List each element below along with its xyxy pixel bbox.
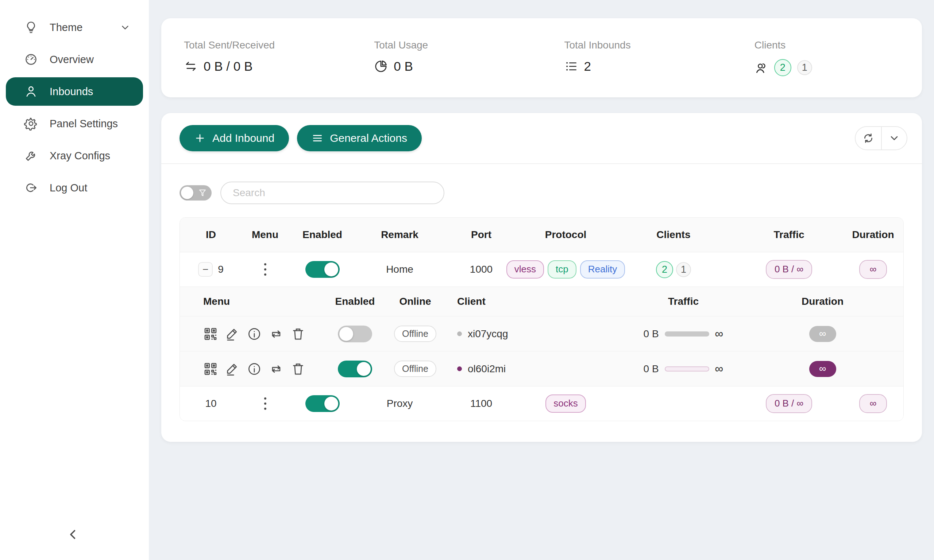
row-menu-button[interactable] [260, 260, 270, 279]
sidebar-item-xray-configs[interactable]: Xray Configs [6, 142, 143, 170]
clients-online-badge: 2 [774, 59, 791, 76]
column-header-enabled: Enabled [288, 229, 356, 241]
collapse-row-button[interactable]: − [198, 262, 213, 277]
delete-icon[interactable] [291, 327, 305, 341]
general-actions-button[interactable]: General Actions [297, 125, 422, 151]
pie-chart-icon [374, 59, 388, 73]
inbound-remark: Home [356, 264, 443, 275]
qr-code-icon[interactable] [203, 362, 218, 376]
filter-toggle[interactable] [179, 185, 212, 200]
row-menu-button[interactable] [260, 394, 270, 414]
traffic-limit: ∞ [715, 327, 723, 340]
inbound-enabled-toggle[interactable] [305, 261, 340, 278]
info-icon[interactable] [247, 362, 262, 376]
inbounds-table: ID Menu Enabled Remark Port Protocol Cli… [179, 217, 904, 421]
edit-icon[interactable] [225, 362, 240, 376]
reset-traffic-icon[interactable] [269, 362, 284, 376]
column-header-menu: Menu [242, 229, 288, 241]
client-subtable: Menu Enabled Online Client Traffic Durat… [180, 287, 903, 386]
sidebar-item-inbounds[interactable]: Inbounds [6, 77, 143, 106]
speedometer-icon [24, 52, 38, 66]
reset-traffic-icon[interactable] [269, 327, 284, 341]
column-header-clients: Clients [612, 229, 735, 241]
online-status-badge: Offline [394, 326, 436, 342]
transfer-icon [184, 59, 198, 73]
column-header-online: Online [384, 296, 446, 307]
sidebar-item-overview[interactable]: Overview [6, 45, 143, 74]
inbound-enabled-toggle[interactable] [305, 395, 340, 412]
online-status-badge: Offline [394, 361, 436, 377]
subtable-header-row: Menu Enabled Online Client Traffic Durat… [180, 287, 903, 316]
clients-deactivated-badge: 1 [676, 262, 691, 277]
table-header-row: ID Menu Enabled Remark Port Protocol Cli… [180, 218, 903, 252]
edit-icon[interactable] [225, 327, 240, 341]
add-inbound-label: Add Inbound [212, 132, 274, 145]
sidebar-item-label: Log Out [49, 182, 87, 194]
traffic-limit: ∞ [715, 362, 723, 375]
duration-badge: ∞ [859, 260, 887, 279]
search-row [161, 164, 922, 204]
duration-badge: ∞ [809, 326, 836, 342]
search-input[interactable] [220, 182, 444, 204]
column-header-enabled: Enabled [326, 296, 384, 307]
logout-icon [24, 181, 38, 195]
stat-total-inbounds: Total Inbounds 2 [542, 18, 732, 97]
sidebar: Theme Overview Inbounds Panel Settings X… [0, 0, 149, 560]
chevron-down-icon [888, 132, 900, 144]
inbound-id: 10 [205, 398, 216, 409]
column-header-id: ID [180, 229, 242, 241]
sidebar-item-label: Inbounds [49, 86, 93, 98]
stat-label: Total Usage [374, 39, 541, 51]
column-header-traffic: Traffic [600, 296, 767, 307]
refresh-dropdown-button[interactable] [881, 127, 907, 149]
stat-total-sent-received: Total Sent/Received 0 B / 0 B [161, 18, 351, 97]
column-header-menu: Menu [180, 296, 326, 307]
sidebar-collapse-button[interactable] [61, 523, 85, 546]
plus-icon [194, 132, 206, 144]
add-inbound-button[interactable]: Add Inbound [179, 125, 289, 151]
stat-value-text: 2 [584, 59, 591, 74]
stat-label: Clients [755, 39, 922, 51]
sidebar-item-theme[interactable]: Theme [6, 13, 143, 42]
column-header-remark: Remark [356, 229, 443, 241]
sidebar-item-panel-settings[interactable]: Panel Settings [6, 109, 143, 138]
traffic-used: 0 B [644, 363, 659, 375]
column-header-traffic: Traffic [735, 229, 843, 241]
clients-deactivated-badge: 1 [797, 60, 812, 75]
sidebar-item-label: Overview [49, 54, 94, 66]
info-icon[interactable] [247, 327, 262, 341]
table-row: 10 Proxy 1100 socks 0 B / ∞ ∞ [180, 386, 903, 421]
table-row: − 9 Home 1000 vless tcp Reality 2 [180, 252, 903, 287]
client-enabled-toggle[interactable] [338, 361, 372, 377]
hamburger-icon [311, 132, 323, 144]
client-enabled-toggle[interactable] [338, 326, 372, 342]
column-header-duration: Duration [843, 229, 903, 241]
sidebar-item-log-out[interactable]: Log Out [6, 174, 143, 202]
stat-label: Total Inbounds [564, 39, 732, 51]
sidebar-item-label: Panel Settings [49, 118, 118, 130]
users-icon [755, 61, 768, 75]
traffic-badge: 0 B / ∞ [766, 260, 812, 279]
client-row: Offline xi07ycqg 0 B ∞ ∞ [180, 316, 903, 351]
refresh-button-group [855, 126, 907, 150]
chevron-down-icon [120, 22, 131, 33]
inbound-port: 1100 [443, 398, 519, 409]
qr-code-icon[interactable] [203, 327, 218, 341]
client-name: ol60i2mi [468, 363, 506, 375]
protocol-tag: tcp [548, 260, 576, 278]
delete-icon[interactable] [291, 362, 305, 376]
stat-label: Total Sent/Received [184, 39, 351, 51]
sidebar-item-label: Theme [49, 22, 82, 34]
column-header-protocol: Protocol [519, 229, 612, 241]
duration-badge: ∞ [809, 361, 836, 377]
client-status-dot [457, 366, 462, 371]
traffic-badge: 0 B / ∞ [766, 394, 812, 413]
refresh-button[interactable] [855, 127, 881, 149]
clients-online-badge: 2 [656, 261, 673, 278]
lightbulb-icon [24, 20, 38, 34]
traffic-used: 0 B [644, 328, 659, 340]
list-icon [564, 59, 578, 73]
protocol-tag: socks [546, 394, 586, 413]
inbound-remark: Proxy [356, 398, 443, 409]
toggle-knob [181, 187, 193, 199]
